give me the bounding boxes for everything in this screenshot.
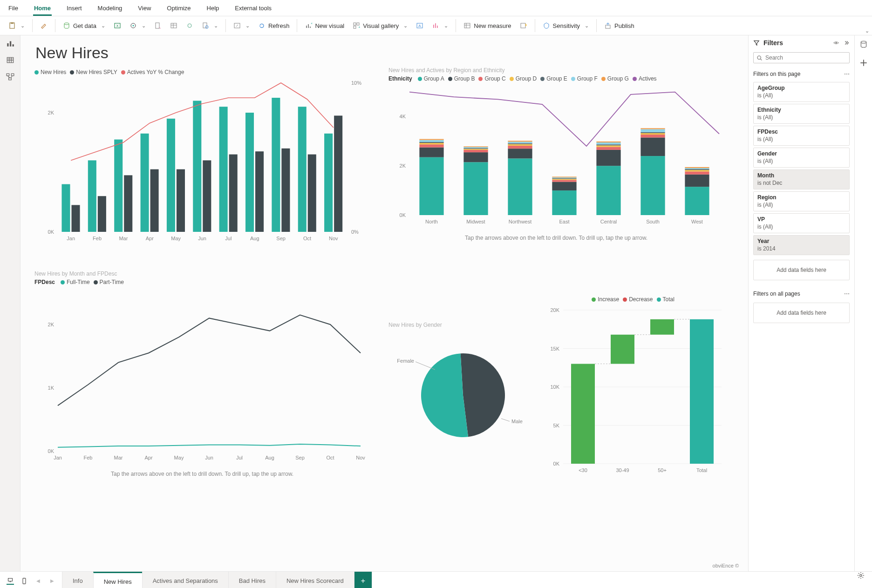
filter-name: Region — [757, 194, 845, 201]
section-menu-icon[interactable]: ⋯ — [844, 291, 850, 297]
filter-card[interactable]: VPis (All) — [753, 213, 850, 233]
chart-new-hires-by-month[interactable]: New HiresNew Hires SPLYActives YoY % Cha… — [34, 69, 370, 248]
excel-button[interactable]: X — [110, 20, 125, 31]
filter-search[interactable] — [753, 52, 850, 63]
svg-rect-99 — [463, 147, 488, 148]
svg-rect-119 — [596, 150, 620, 166]
data-pane-icon[interactable] — [859, 40, 868, 48]
ribbon-tab-home[interactable]: Home — [33, 3, 52, 16]
svg-rect-104 — [508, 146, 532, 149]
visual-gallery-button[interactable]: +Visual gallery — [349, 20, 411, 31]
ribbon-tab-file[interactable]: File — [7, 3, 19, 16]
ribbon-tab-view[interactable]: View — [137, 3, 152, 16]
sensitivity-button[interactable]: Sensitivity — [539, 20, 593, 31]
page-prev-icon[interactable]: ◀ — [34, 578, 42, 583]
svg-text:30-49: 30-49 — [616, 467, 629, 473]
chart-waterfall[interactable]: IncreaseDecreaseTotal 0K5K10K15K20K<3030… — [540, 296, 726, 480]
publish-button[interactable]: Publish — [600, 20, 638, 31]
dataverse-button[interactable] — [182, 20, 197, 31]
add-filter-drop[interactable]: Add data fields here — [753, 260, 850, 280]
filter-search-input[interactable] — [765, 54, 846, 61]
add-filter-all-drop[interactable]: Add data fields here — [753, 303, 850, 323]
new-visual-button[interactable]: +New visual — [301, 20, 348, 31]
svg-rect-75 — [281, 149, 290, 232]
paste-button[interactable] — [5, 20, 28, 31]
more-visuals-button[interactable] — [428, 20, 452, 31]
add-pane-icon[interactable] — [859, 59, 868, 67]
svg-point-2 — [64, 23, 69, 25]
recent-sources-button[interactable] — [198, 20, 222, 31]
svg-rect-131 — [640, 129, 665, 132]
new-measure-button[interactable]: New measure — [460, 20, 515, 31]
chart-fpdesc[interactable]: New Hires by Month and FPDesc FPDescFull… — [34, 270, 370, 477]
legend-item: New Hires — [34, 69, 66, 75]
search-icon — [756, 55, 763, 61]
settings-gear-icon[interactable] — [850, 572, 872, 588]
svg-rect-118 — [596, 166, 620, 215]
filter-card[interactable]: FPDescis (All) — [753, 126, 850, 146]
desktop-layout-icon[interactable] — [7, 577, 14, 585]
data-hub-button[interactable] — [126, 20, 150, 31]
svg-line-159 — [501, 419, 510, 421]
page-tab-info[interactable]: Info — [62, 572, 94, 588]
svg-rect-65 — [193, 101, 201, 232]
add-page-button[interactable]: + — [354, 572, 372, 588]
ribbon-tab-insert[interactable]: Insert — [66, 3, 83, 16]
legend-item: Decrease — [623, 296, 653, 303]
svg-rect-51 — [71, 205, 80, 232]
section-menu-icon[interactable]: ⋯ — [844, 71, 850, 77]
chart-gender-pie[interactable]: New Hires by Gender FemaleMale — [388, 322, 538, 453]
filter-name: Gender — [757, 150, 845, 157]
svg-point-181 — [836, 42, 837, 44]
page-tab-bad-hires[interactable]: Bad Hires — [228, 572, 276, 588]
data-view-icon[interactable] — [6, 56, 14, 64]
svg-rect-43 — [8, 78, 11, 80]
svg-rect-128 — [640, 135, 665, 137]
enter-data-button[interactable] — [166, 20, 181, 31]
text-box-button[interactable]: A — [412, 20, 427, 31]
filter-card[interactable]: Regionis (All) — [753, 191, 850, 211]
filter-value: is (All) — [757, 114, 845, 121]
svg-rect-59 — [141, 134, 149, 232]
filter-card[interactable]: Ethnicityis (All) — [753, 104, 850, 124]
ribbon-tab-optimize[interactable]: Optimize — [166, 3, 191, 16]
format-painter-button[interactable] — [36, 20, 51, 31]
ribbon-tab-external-tools[interactable]: External tools — [234, 3, 272, 16]
get-data-button[interactable]: Get data — [59, 20, 109, 31]
refresh-button[interactable]: Refresh — [254, 20, 293, 31]
svg-rect-57 — [124, 175, 132, 232]
filter-card[interactable]: Genderis (All) — [753, 148, 850, 168]
svg-rect-25 — [433, 25, 434, 28]
chart-region-ethnicity[interactable]: New Hires and Actives by Region and Ethn… — [388, 67, 724, 241]
svg-rect-129 — [640, 133, 665, 135]
collapse-icon[interactable] — [843, 40, 850, 46]
page-tab-new-hires[interactable]: New Hires — [93, 572, 143, 588]
filter-name: Ethnicity — [757, 107, 845, 113]
page-next-icon[interactable]: ▶ — [48, 578, 56, 583]
svg-rect-91 — [419, 140, 443, 142]
filter-card[interactable]: Monthis not Dec — [753, 169, 850, 189]
model-view-icon[interactable] — [6, 73, 14, 81]
page-tab-scorecard[interactable]: New Hires Scorecard — [276, 572, 354, 588]
filter-card[interactable]: Yearis 2014 — [753, 235, 850, 255]
svg-rect-88 — [419, 144, 443, 147]
eye-icon[interactable] — [833, 40, 839, 46]
sql-button[interactable] — [150, 20, 165, 31]
transform-data-button[interactable] — [230, 20, 253, 31]
svg-rect-81 — [334, 115, 342, 232]
filter-card[interactable]: AgeGroupis (All) — [753, 82, 850, 102]
ribbon-tab-modeling[interactable]: Modeling — [97, 3, 123, 16]
more-visuals-icon — [432, 22, 439, 29]
page-tab-actives[interactable]: Actives and Separations — [142, 572, 229, 588]
ribbon-collapse-button[interactable]: ⌄ — [865, 28, 869, 34]
report-view-icon[interactable] — [6, 39, 14, 47]
report-canvas[interactable]: New Hires New HiresNew Hires SPLYActives… — [20, 35, 748, 571]
svg-text:0K: 0K — [553, 461, 560, 466]
drill-caption: Tap the arrows above on the left to dril… — [34, 471, 370, 477]
svg-rect-136 — [685, 171, 709, 174]
ribbon-tab-help[interactable]: Help — [206, 3, 220, 16]
mobile-layout-icon[interactable] — [20, 577, 28, 585]
quick-measure-button[interactable] — [516, 20, 531, 31]
filter-name: Year — [757, 238, 845, 244]
watermark: obviEnce © — [713, 563, 739, 568]
